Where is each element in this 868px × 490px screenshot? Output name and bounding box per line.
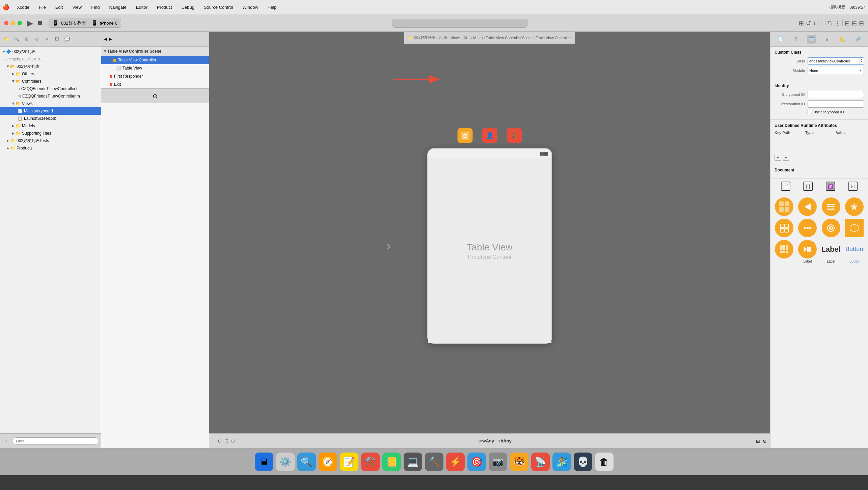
canvas-refresh-button[interactable]: ⊙ (231, 438, 235, 443)
menu-navigate[interactable]: Navigate (107, 4, 128, 10)
others-folder-item[interactable]: ▶ 📁 Others (0, 70, 101, 78)
bc-m1[interactable]: M... (464, 36, 470, 40)
quick-help-btn[interactable]: ? (791, 35, 800, 44)
add-file-button[interactable]: + (3, 437, 11, 445)
search-bar[interactable] (392, 19, 527, 28)
object-cell-3[interactable] (821, 197, 841, 216)
down-arrow-icon[interactable]: ▼ (861, 60, 863, 63)
tests-folder-item[interactable]: ▶ 📁 002好友列表Tests (0, 137, 101, 144)
object-cell-4[interactable]: ★ (844, 197, 865, 216)
menu-help[interactable]: Help (266, 4, 279, 10)
dock-app4[interactable]: 🐯 (510, 453, 528, 471)
bc-m2[interactable]: M...e) (473, 36, 483, 40)
dock-xcode2[interactable]: 🔨 (425, 453, 443, 471)
dock-app6[interactable]: 🏄 (552, 453, 571, 471)
up-arrow-icon[interactable]: ▲ (861, 58, 863, 60)
bc-vc[interactable]: Table View Controller (536, 36, 571, 40)
bc-scene[interactable]: Table View Controller Scene (486, 36, 533, 40)
restoration-id-input[interactable] (808, 100, 864, 108)
dock-app7[interactable]: 💀 (574, 453, 592, 471)
dock-notes[interactable]: 📝 (340, 453, 358, 471)
nav-debug-btn[interactable]: ≡ (43, 35, 51, 44)
runtime-remove-button[interactable]: − (783, 154, 789, 161)
menu-edit[interactable]: Edit (53, 4, 65, 10)
storyboard-id-input[interactable] (808, 91, 864, 98)
canvas-grid-button[interactable]: ⊞ (756, 438, 760, 444)
object-cell-5[interactable] (774, 219, 794, 237)
input-method[interactable]: 搜狗拼音 (829, 4, 845, 10)
right-panel-button[interactable]: ⊟ (859, 20, 864, 27)
object-cell-10[interactable]: Label (797, 240, 818, 263)
dock-trash[interactable]: 🗑 (595, 453, 614, 471)
dock-finder[interactable]: 🖥 (255, 453, 273, 471)
first-responder-item[interactable]: ◼ First Responder (101, 72, 209, 80)
canvas-frame-button[interactable]: ☐ (224, 438, 228, 443)
class-input-wrap[interactable]: endsTableViewController ▲ ▼ (808, 57, 864, 65)
menu-source-control[interactable]: Source Control (202, 4, 235, 10)
window-close-button[interactable] (4, 21, 8, 25)
menu-find[interactable]: Find (89, 4, 102, 10)
dock-app2[interactable]: 🎯 (467, 453, 486, 471)
menu-window[interactable]: Window (241, 4, 260, 10)
nav-warning-btn[interactable]: ⚠ (22, 35, 31, 44)
refresh-button[interactable]: ↺ (806, 20, 811, 27)
filter-input[interactable] (13, 437, 98, 445)
canvas-clock-button[interactable]: ⊙ (218, 438, 222, 443)
menu-product[interactable]: Product (155, 4, 174, 10)
nav-report-btn[interactable]: 💬 (63, 35, 72, 44)
stop-button[interactable]: ⏹ (37, 20, 43, 27)
czqq-m-file-item[interactable]: m CZQQFriendsT...ewController.m (0, 92, 101, 100)
table-view-item[interactable]: ⬜ Table View (101, 64, 209, 72)
bc-folder[interactable]: 0...表 (439, 35, 447, 40)
doc-code-btn[interactable]: { } (803, 182, 813, 191)
apple-menu[interactable]: 🍎 (3, 4, 9, 10)
czqq-h-file-item[interactable]: h CZQQFriendsT...iewController.h (0, 85, 101, 92)
use-storyboard-checkbox[interactable] (808, 110, 812, 114)
object-cell-8[interactable] (844, 219, 865, 237)
attributes-inspector-btn[interactable]: 🎛 (823, 35, 832, 44)
main-group-item[interactable]: ▶ 📂 002好友列表 (0, 63, 101, 70)
object-cell-2[interactable] (797, 197, 818, 216)
panel-toggle-button[interactable]: ⊞ (799, 20, 804, 27)
dock-search[interactable]: 🔍 (297, 453, 316, 471)
window-minimize-button[interactable] (11, 21, 15, 25)
supporting-files-item[interactable]: ▶ 📁 Supporting Files (0, 130, 101, 137)
menu-debug[interactable]: Debug (180, 4, 196, 10)
object-cell-12[interactable]: Button Button (844, 240, 865, 263)
doc-file-btn[interactable]: 📄 (781, 182, 790, 191)
menu-view[interactable]: View (70, 4, 84, 10)
menu-file[interactable]: File (37, 4, 48, 10)
nav-test-btn[interactable]: ◇ (32, 35, 41, 44)
object-cell-7[interactable] (821, 219, 841, 237)
dock-app3[interactable]: 📷 (489, 453, 507, 471)
project-root-item[interactable]: ▶ 🔷 002好友列表 (0, 48, 101, 55)
doc-layout-btn[interactable]: ⊡ (848, 182, 858, 191)
bc-views[interactable]: Views (451, 36, 460, 40)
products-folder-item[interactable]: ▶ 📁 Products (0, 144, 101, 152)
nav-search-btn[interactable]: 🔍 (12, 35, 21, 44)
dock-terminal[interactable]: 💻 (404, 453, 422, 471)
responder-object-icon[interactable]: 👤 (482, 128, 497, 143)
left-panel-button[interactable]: ⊟ (845, 20, 850, 27)
doc-identity-btn[interactable]: 🆔 (826, 182, 835, 191)
nav-breakpoint-btn[interactable]: ☐ (53, 35, 61, 44)
bottom-panel-button[interactable]: ⊟ (852, 20, 857, 27)
object-cell-11[interactable]: Label Label (821, 240, 841, 263)
bc-1[interactable]: 📁 (408, 35, 413, 40)
scene-forward-button[interactable]: ▶ (109, 36, 112, 42)
editor-assistant-button[interactable]: ⧉ (828, 20, 832, 27)
table-view-controller-item[interactable]: ▶ ◼ Table View Controller (101, 56, 209, 64)
dock-safari[interactable]: 🧭 (319, 453, 337, 471)
run-button[interactable]: ▶ (27, 19, 33, 28)
scheme-selector[interactable]: 📱 002好友列表 › 📱 iPhone 6 (49, 19, 121, 28)
module-dropdown[interactable]: None ▼ (808, 67, 864, 74)
object-cell-6[interactable] (797, 219, 818, 237)
iphone-mockup[interactable]: ▇▇▇ Table View Prototype Content (427, 148, 552, 344)
window-maximize-button[interactable] (18, 21, 22, 25)
dock-onenote[interactable]: 📒 (382, 453, 401, 471)
dock-xcode[interactable]: ⚒️ (361, 453, 380, 471)
views-folder-item[interactable]: ▶ 📂 Views (0, 100, 101, 107)
breakpoint-button[interactable]: ↕ (813, 20, 816, 27)
editor-standard-button[interactable]: ☐ (820, 20, 826, 27)
object-cell-1[interactable] (774, 197, 794, 216)
